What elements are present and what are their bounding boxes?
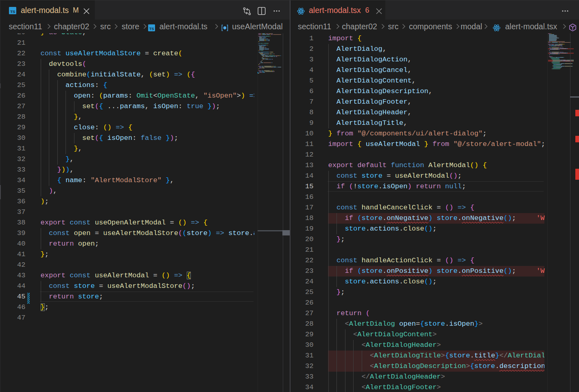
svg-text:TS: TS bbox=[10, 9, 15, 14]
svg-text:TS: TS bbox=[149, 27, 154, 31]
